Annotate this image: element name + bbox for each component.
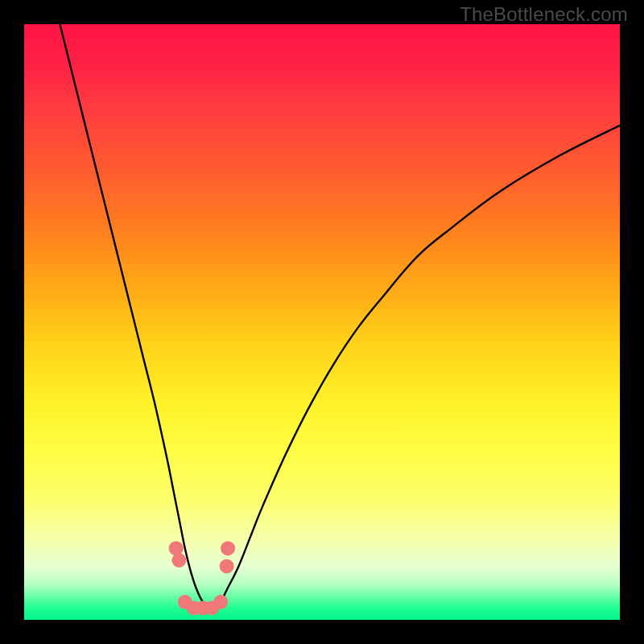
marker-dots-group: [169, 541, 235, 615]
plot-area: [24, 24, 620, 620]
chart-svg: [24, 24, 620, 620]
bottleneck-curve: [60, 24, 620, 609]
watermark-text: TheBottleneck.com: [460, 3, 628, 26]
marker-dot: [221, 541, 235, 555]
marker-dot: [213, 595, 228, 609]
marker-dot: [220, 559, 234, 573]
chart-frame: TheBottleneck.com: [0, 0, 644, 644]
marker-dot: [171, 553, 186, 568]
